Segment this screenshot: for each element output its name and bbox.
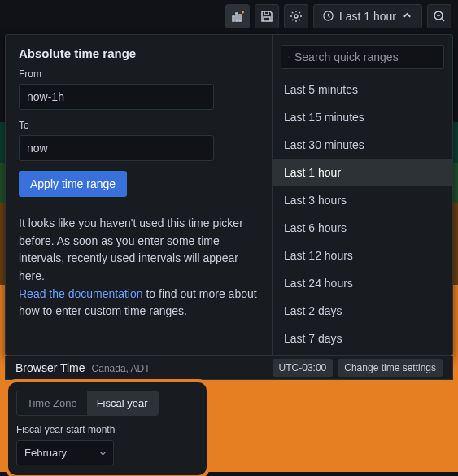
svg-point-3: [294, 15, 298, 18]
settings-button[interactable]: [284, 4, 308, 28]
quick-ranges-column: Last 5 minutesLast 15 minutesLast 30 min…: [273, 35, 452, 355]
quick-range-item[interactable]: Last 6 hours: [273, 214, 452, 242]
change-time-settings-button[interactable]: Change time settings: [338, 359, 443, 377]
time-range-label: Last 1 hour: [339, 10, 396, 23]
from-label: From: [19, 68, 259, 80]
svg-point-6: [288, 56, 289, 57]
quick-range-item[interactable]: Last 15 minutes: [273, 103, 452, 131]
add-panel-button[interactable]: [225, 4, 250, 28]
quick-range-search[interactable]: [281, 45, 444, 69]
quick-range-item[interactable]: Last 2 days: [273, 297, 452, 325]
quick-range-item[interactable]: Last 5 minutes: [273, 76, 452, 103]
to-label: To: [19, 120, 259, 131]
from-input[interactable]: [19, 84, 214, 110]
fiscal-month-select[interactable]: February: [16, 440, 114, 465]
quick-range-item[interactable]: Last 7 days: [273, 325, 452, 352]
fiscal-month-value: February: [16, 440, 114, 465]
documentation-link[interactable]: Read the documentation: [19, 287, 143, 300]
fiscal-year-label: Fiscal year start month: [16, 424, 198, 435]
svg-rect-1: [236, 13, 238, 21]
zoom-out-button[interactable]: [427, 4, 451, 28]
quick-range-item[interactable]: Last 30 minutes: [273, 131, 452, 159]
helper-text-1: It looks like you haven't used this time…: [19, 216, 243, 282]
tab-fiscal-year[interactable]: Fiscal year: [87, 391, 158, 415]
tab-time-zone[interactable]: Time Zone: [17, 391, 87, 415]
quick-ranges-list: Last 5 minutesLast 15 minutesLast 30 min…: [273, 76, 452, 355]
apply-time-range-button[interactable]: Apply time range: [19, 171, 127, 197]
quick-range-item[interactable]: Last 24 hours: [273, 269, 452, 297]
save-button[interactable]: [255, 4, 279, 28]
top-toolbar: Last 1 hour: [0, 0, 458, 32]
svg-rect-2: [239, 15, 241, 21]
to-input[interactable]: [19, 135, 214, 161]
fiscal-year-panel: Time Zone Fiscal year Fiscal year start …: [5, 379, 210, 476]
browser-time-label: Browser Time: [15, 361, 85, 374]
time-range-button[interactable]: Last 1 hour: [313, 4, 422, 28]
time-picker-panel: Absolute time range From To Apply time r…: [5, 34, 453, 356]
utc-offset-badge: UTC-03:00: [273, 359, 334, 377]
timezone-sublabel: Canada, ADT: [92, 363, 150, 374]
helper-text: It looks like you haven't used this time…: [19, 215, 259, 321]
time-settings-footer: Browser Time Canada, ADT UTC-03:00 Chang…: [5, 356, 453, 380]
quick-range-item[interactable]: Last 3 hours: [273, 186, 452, 214]
clock-icon: [322, 10, 334, 22]
search-input[interactable]: [294, 50, 437, 63]
svg-rect-0: [233, 16, 234, 21]
search-icon: [288, 51, 290, 63]
panel-heading: Absolute time range: [19, 46, 259, 60]
chevron-up-icon: [401, 10, 413, 22]
absolute-range-column: Absolute time range From To Apply time r…: [6, 35, 273, 355]
quick-range-item[interactable]: Last 1 hour: [273, 159, 452, 186]
quick-range-item[interactable]: Last 12 hours: [273, 242, 452, 269]
timezone-fiscal-tabs: Time Zone Fiscal year: [16, 391, 159, 416]
